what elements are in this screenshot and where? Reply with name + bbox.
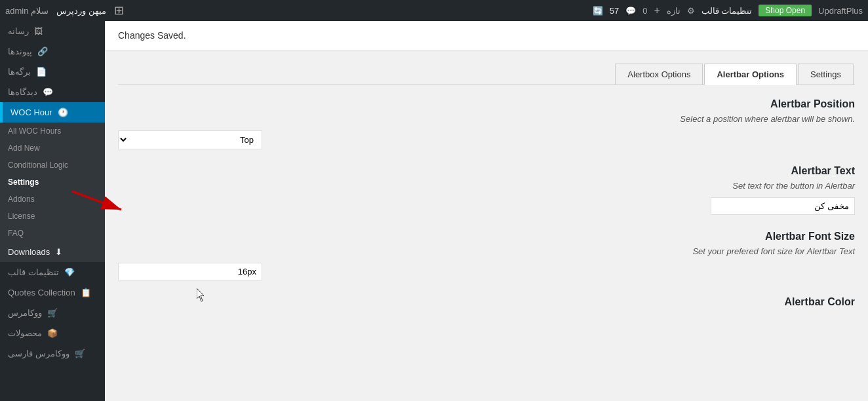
tabs-row: Settings Alertbar Options Alertbox Optio…	[118, 64, 855, 85]
alertbar-position-block: Alertbar Position Select a position wher…	[118, 98, 855, 149]
alertbar-font-size-row: 16px	[118, 263, 855, 280]
settings-fields: Alertbar Position Select a position wher…	[118, 98, 855, 308]
quotes-icon: 📋	[81, 288, 91, 297]
alertbar-position-select[interactable]: Top Bottom	[118, 130, 262, 149]
sidebar-item-comments-label: دیدگاه‌ها	[8, 87, 37, 97]
alertbar-text-desc: Set text for the button in Alertbar	[118, 181, 855, 191]
alertbar-font-size-input[interactable]: 16px	[118, 263, 262, 280]
changes-saved-bar: Changes Saved.	[105, 21, 868, 50]
media-icon: 🖼	[34, 26, 43, 36]
alertbar-text-title: Alertbar Text	[118, 165, 855, 177]
products-icon: 📦	[47, 328, 58, 338]
sidebar-item-woocommerce-fa[interactable]: 🛒 ووکامرس فارسی	[0, 343, 105, 364]
comments-icon: 💬	[43, 87, 53, 97]
comment-icon: 💬	[625, 6, 636, 16]
products-label: محصولات	[8, 328, 42, 338]
alertbar-position-select-row: Top Bottom	[118, 130, 855, 149]
changes-saved-message: Changes Saved.	[118, 30, 186, 41]
sidebar-item-media-label: رسانه	[8, 26, 29, 36]
woocommerce-fa-icon: 🛒	[75, 349, 85, 358]
all-woc-hours-label: All WOC Hours	[8, 126, 61, 136]
woc-hour-label: WOC Hour	[10, 107, 52, 117]
sidebar-item-pages-label: برگه‌ها	[8, 67, 31, 77]
fresh-label[interactable]: تازه	[667, 6, 681, 16]
sidebar-item-woc-hour[interactable]: 🕐 WOC Hour	[0, 102, 105, 123]
site-name[interactable]: میهن وردپرس	[56, 6, 106, 16]
sidebar-item-downloads[interactable]: ⬇ Downloads	[0, 242, 105, 262]
conditional-logic-label: Conditional Logic	[8, 161, 68, 170]
wp-logo-icon[interactable]: ⊞	[114, 3, 124, 18]
admin-bar: ⊞ میهن وردپرس سلام admin UpdraftPlus Sho…	[0, 0, 868, 21]
sidebar-item-comments[interactable]: 💬 دیدگاه‌ها	[0, 82, 105, 102]
pages-icon: 📄	[36, 67, 47, 77]
notif-icon: 🔄	[593, 6, 603, 16]
sidebar-sub-faq[interactable]: FAQ	[0, 225, 105, 242]
shop-open-button[interactable]: Shop Open	[759, 5, 812, 16]
alertbar-font-size-desc: Set your prefered font size for Alertbar…	[118, 246, 855, 256]
updraft-label[interactable]: UpdraftPlus	[818, 6, 863, 16]
downloads-icon: ⬇	[55, 247, 62, 257]
links-icon: 🔗	[37, 47, 48, 56]
plus-icon[interactable]: +	[654, 5, 660, 16]
main-content: Changes Saved. Settings Alertbar Options…	[105, 21, 868, 401]
alertbar-position-desc: Select a position where alertbar will be…	[118, 114, 855, 124]
sidebar-sub-add-new[interactable]: Add New	[0, 140, 105, 157]
woocommerce-fa-label: ووکامرس فارسی	[8, 349, 69, 358]
sidebar-theme-settings-label: تنظیمات قالب	[8, 267, 59, 277]
notif-count[interactable]: 57	[610, 6, 619, 16]
sidebar-item-links-label: پیوندها	[8, 47, 32, 56]
sidebar-item-woocommerce[interactable]: 🛒 ووکامرس	[0, 303, 105, 323]
woocommerce-label: ووکامرس	[8, 308, 42, 318]
sidebar-item-theme-settings[interactable]: 💎 تنظیمات قالب	[0, 262, 105, 282]
clock-icon: 🕐	[58, 107, 68, 117]
faq-label: FAQ	[8, 229, 24, 238]
license-label: License	[8, 212, 35, 221]
alertbar-color-title: Alertbar Color	[118, 296, 855, 308]
alertbar-color-block: Alertbar Color	[118, 296, 855, 308]
content-area: Settings Alertbar Options Alertbox Optio…	[105, 50, 868, 337]
woocommerce-icon: 🛒	[47, 308, 58, 318]
downloads-label: Downloads	[8, 247, 50, 257]
alertbar-position-title: Alertbar Position	[118, 98, 855, 110]
quotes-label: Quotes Collection	[8, 288, 75, 297]
svg-line-1	[72, 191, 121, 210]
gear-icon: ⚙	[687, 6, 695, 16]
tab-alertbar-options[interactable]: Alertbar Options	[704, 64, 797, 85]
sidebar-item-products[interactable]: 📦 محصولات	[0, 323, 105, 343]
add-new-label: Add New	[8, 143, 40, 153]
sidebar-item-media[interactable]: 🖼 رسانه	[0, 21, 105, 41]
hello-label: سلام admin	[5, 6, 49, 16]
sidebar-item-links[interactable]: 🔗 پیوندها	[0, 41, 105, 62]
alertbar-text-block: Alertbar Text Set text for the button in…	[118, 165, 855, 215]
alertbar-font-size-title: Alertbar Font Size	[118, 231, 855, 242]
alertbar-font-size-block: Alertbar Font Size Set your prefered fon…	[118, 231, 855, 280]
arrow-annotation	[66, 185, 131, 220]
theme-settings-label[interactable]: تنظیمات قالب	[701, 6, 753, 16]
alertbar-text-input[interactable]: مخفی کن	[711, 197, 855, 215]
tab-alertbox-options[interactable]: Alertbox Options	[615, 64, 703, 85]
theme-icon: 💎	[64, 267, 75, 277]
sidebar-sub-all-woc-hours[interactable]: All WOC Hours	[0, 123, 105, 140]
sidebar-sub-conditional-logic[interactable]: Conditional Logic	[0, 157, 105, 174]
sidebar-item-pages[interactable]: 📄 برگه‌ها	[0, 62, 105, 82]
settings-label: Settings	[8, 178, 39, 187]
comment-count[interactable]: 0	[642, 6, 647, 16]
addons-label: Addons	[8, 195, 35, 204]
sidebar-item-quotes[interactable]: 📋 Quotes Collection	[0, 282, 105, 303]
tab-settings[interactable]: Settings	[798, 64, 854, 85]
